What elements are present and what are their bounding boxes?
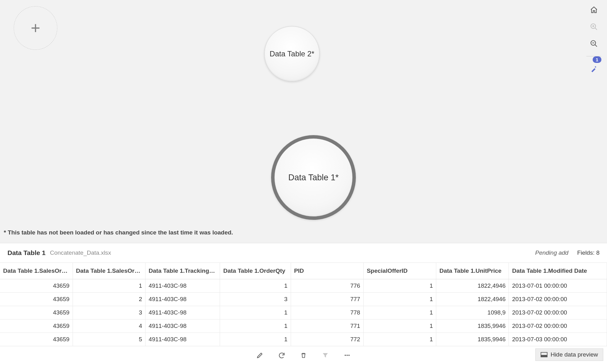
node-data-table-2[interactable]: Data Table 2* xyxy=(264,26,320,82)
table-header-row: Data Table 1.SalesOr…Data Table 1.SalesO… xyxy=(0,263,607,279)
table-cell: 1835,9946 xyxy=(436,319,509,333)
table-cell: 4911-403C-98 xyxy=(146,292,220,306)
right-toolbar: 1 xyxy=(585,4,603,74)
svg-line-1 xyxy=(595,28,597,30)
svg-point-7 xyxy=(345,355,346,356)
table-cell: 776 xyxy=(291,279,363,292)
home-icon[interactable] xyxy=(588,4,600,16)
table-cell: 5 xyxy=(73,333,145,346)
table-row[interactable]: 4365944911-403C-98177111835,99462013-07-… xyxy=(0,319,607,333)
plus-icon: + xyxy=(31,19,40,37)
node-label: Data Table 2* xyxy=(270,50,314,58)
table-cell: 4911-403C-98 xyxy=(146,279,220,292)
preview-title: Data Table 1 xyxy=(7,249,45,257)
magic-badge: 1 xyxy=(593,56,601,63)
preview-file: Concatenate_Data.xlsx xyxy=(50,249,111,256)
column-header[interactable]: Data Table 1.UnitPrice xyxy=(436,263,509,279)
edit-icon[interactable] xyxy=(255,351,265,360)
table-cell: 1 xyxy=(73,279,145,292)
table-cell: 2013-07-03 00:00:00 xyxy=(509,333,607,346)
delete-icon[interactable] xyxy=(299,351,308,360)
table-row[interactable]: 4365954911-403C-98177211835,99462013-07-… xyxy=(0,333,607,346)
table-cell: 2 xyxy=(73,292,145,306)
table-cell: 1 xyxy=(220,279,291,292)
table-cell: 4911-403C-98 xyxy=(146,333,220,346)
table-cell: 1 xyxy=(220,319,291,333)
add-button[interactable]: + xyxy=(14,6,57,50)
table-cell: 2013-07-01 00:00:00 xyxy=(509,279,607,292)
table-row[interactable]: 4365914911-403C-98177611822,49462013-07-… xyxy=(0,279,607,292)
table-cell: 1 xyxy=(363,333,436,346)
refresh-icon[interactable] xyxy=(277,351,286,360)
table-cell: 43659 xyxy=(0,292,73,306)
panel-icon xyxy=(541,352,547,357)
data-preview-table: Data Table 1.SalesOr…Data Table 1.SalesO… xyxy=(0,263,607,346)
table-cell: 2013-07-02 00:00:00 xyxy=(509,306,607,319)
canvas-footnote: * This table has not been loaded or has … xyxy=(4,229,233,236)
node-data-table-1[interactable]: Data Table 1* xyxy=(271,135,356,220)
table-cell: 1 xyxy=(363,279,436,292)
magic-wand-icon[interactable]: 1 xyxy=(588,63,600,74)
column-header[interactable]: SpecialOfferID xyxy=(363,263,436,279)
table-cell: 1835,9946 xyxy=(436,333,509,346)
bottom-toolbar: Hide data preview xyxy=(0,346,607,364)
table-cell: 4911-403C-98 xyxy=(146,306,220,319)
column-header[interactable]: Data Table 1.SalesOr… xyxy=(0,263,73,279)
table-cell: 777 xyxy=(291,292,363,306)
table-cell: 3 xyxy=(73,306,145,319)
filter-icon[interactable] xyxy=(321,351,330,360)
table-cell: 43659 xyxy=(0,279,73,292)
table-cell: 3 xyxy=(220,292,291,306)
svg-point-8 xyxy=(347,355,348,356)
zoom-out-icon[interactable] xyxy=(588,38,600,49)
svg-point-9 xyxy=(348,355,350,356)
table-cell: 2013-07-02 00:00:00 xyxy=(509,319,607,333)
table-cell: 1 xyxy=(363,292,436,306)
svg-line-5 xyxy=(595,45,597,47)
column-header[interactable]: Data Table 1.SalesOr… xyxy=(73,263,145,279)
table-cell: 43659 xyxy=(0,333,73,346)
table-cell: 43659 xyxy=(0,319,73,333)
node-label: Data Table 1* xyxy=(288,173,339,182)
column-header[interactable]: Data Table 1.Modified Date xyxy=(509,263,607,279)
table-cell: 4911-403C-98 xyxy=(146,319,220,333)
column-header[interactable]: Data Table 1.OrderQty xyxy=(220,263,291,279)
table-cell: 4 xyxy=(73,319,145,333)
preview-fields: Fields: 8 xyxy=(577,249,600,256)
table-cell: 1 xyxy=(220,306,291,319)
hide-preview-label: Hide data preview xyxy=(551,351,598,358)
table-row[interactable]: 4365924911-403C-98377711822,49462013-07-… xyxy=(0,292,607,306)
preview-header: Data Table 1 Concatenate_Data.xlsx Pendi… xyxy=(0,243,607,263)
table-cell: 1098,9 xyxy=(436,306,509,319)
table-cell: 771 xyxy=(291,319,363,333)
table-cell: 778 xyxy=(291,306,363,319)
table-cell: 1 xyxy=(363,319,436,333)
svg-rect-11 xyxy=(541,355,547,357)
column-header[interactable]: Data Table 1.Tracking… xyxy=(146,263,220,279)
hide-preview-button[interactable]: Hide data preview xyxy=(535,348,603,361)
table-cell: 1 xyxy=(363,306,436,319)
canvas-area: + Data Table 2* Data Table 1* 1 * This t… xyxy=(0,0,607,243)
zoom-in-icon[interactable] xyxy=(588,21,600,32)
column-header[interactable]: PID xyxy=(291,263,363,279)
preview-status: Pending add xyxy=(535,249,568,256)
table-row[interactable]: 4365934911-403C-98177811098,92013-07-02 … xyxy=(0,306,607,319)
table-cell: 1 xyxy=(220,333,291,346)
table-cell: 43659 xyxy=(0,306,73,319)
table-cell: 1822,4946 xyxy=(436,279,509,292)
more-icon[interactable] xyxy=(342,351,352,360)
table-cell: 1822,4946 xyxy=(436,292,509,306)
table-cell: 2013-07-02 00:00:00 xyxy=(509,292,607,306)
table-cell: 772 xyxy=(291,333,363,346)
